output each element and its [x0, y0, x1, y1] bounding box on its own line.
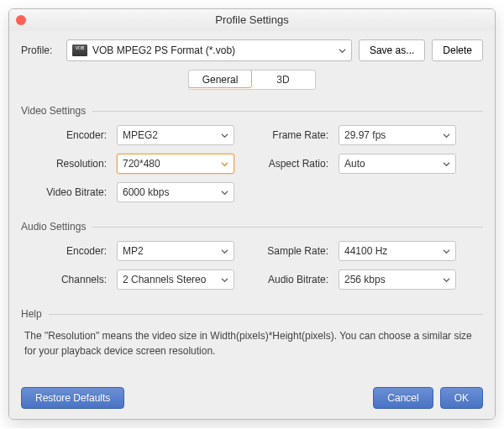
video-encoder-label: Encoder: — [26, 129, 107, 141]
audio-bitrate-select[interactable]: 256 kbps — [339, 269, 456, 290]
footer: Restore Defaults Cancel OK — [21, 387, 483, 409]
audio-encoder-label: Encoder: — [26, 245, 107, 257]
delete-button[interactable]: Delete — [432, 39, 483, 61]
frame-rate-select[interactable]: 29.97 fps — [339, 125, 456, 145]
video-encoder-select[interactable]: MPEG2 — [117, 125, 234, 145]
chevron-down-icon — [221, 132, 228, 139]
sample-rate-select[interactable]: 44100 Hz — [339, 241, 456, 261]
resolution-value: 720*480 — [123, 158, 160, 170]
profile-label: Profile: — [21, 44, 60, 56]
video-bitrate-select[interactable]: 6000 kbps — [117, 182, 234, 202]
vob-file-icon — [72, 44, 87, 56]
chevron-down-icon — [221, 248, 228, 255]
channels-value: 2 Channels Stereo — [123, 274, 206, 285]
profile-row: Profile: VOB MPEG2 PS Format (*.vob) Sav… — [21, 39, 483, 61]
frame-rate-value: 29.97 fps — [344, 129, 386, 141]
restore-defaults-button[interactable]: Restore Defaults — [21, 387, 124, 409]
chevron-down-icon — [221, 160, 228, 168]
aspect-ratio-value: Auto — [344, 158, 365, 170]
sample-rate-value: 44100 Hz — [344, 245, 387, 257]
audio-settings-heading: Audio Settings — [21, 221, 86, 233]
content-area: Profile: VOB MPEG2 PS Format (*.vob) Sav… — [9, 31, 495, 419]
window-title: Profile Settings — [215, 13, 288, 26]
tab-general[interactable]: General — [188, 70, 252, 88]
resolution-label: Resolution: — [26, 158, 107, 170]
divider — [92, 227, 483, 228]
video-bitrate-label: Video Bitrate: — [26, 186, 107, 198]
channels-label: Channels: — [26, 274, 107, 285]
save-as-button[interactable]: Save as... — [359, 39, 425, 61]
chevron-down-icon — [221, 189, 228, 196]
chevron-down-icon — [443, 132, 450, 139]
audio-bitrate-label: Audio Bitrate: — [244, 274, 328, 285]
video-settings-heading: Video Settings — [21, 105, 86, 117]
audio-bitrate-value: 256 kbps — [344, 274, 386, 285]
close-icon[interactable] — [16, 15, 26, 25]
chevron-down-icon — [443, 160, 450, 168]
sample-rate-label: Sample Rate: — [244, 245, 328, 257]
video-encoder-value: MPEG2 — [123, 129, 158, 141]
ok-button[interactable]: OK — [440, 387, 483, 409]
profile-value: VOB MPEG2 PS Format (*.vob) — [92, 44, 339, 56]
audio-encoder-select[interactable]: MP2 — [117, 241, 234, 261]
help-group: Help The "Resolution" means the video si… — [21, 308, 483, 358]
cancel-button[interactable]: Cancel — [373, 387, 433, 409]
chevron-down-icon — [443, 276, 450, 284]
video-bitrate-value: 6000 kbps — [123, 186, 169, 198]
video-settings-group: Video Settings Encoder: MPEG2 Frame Rate… — [21, 105, 483, 202]
chevron-down-icon — [339, 47, 346, 55]
aspect-ratio-select[interactable]: Auto — [339, 154, 456, 174]
tab-3d[interactable]: 3D — [251, 71, 315, 89]
tab-bar: General 3D — [21, 70, 483, 90]
audio-encoder-value: MP2 — [123, 245, 144, 257]
title-bar: Profile Settings — [9, 9, 495, 31]
audio-settings-group: Audio Settings Encoder: MP2 Sample Rate:… — [21, 221, 483, 290]
frame-rate-label: Frame Rate: — [244, 129, 328, 141]
channels-select[interactable]: 2 Channels Stereo — [117, 269, 234, 290]
divider — [92, 111, 483, 112]
help-text: The "Resolution" means the video size in… — [21, 328, 483, 358]
aspect-ratio-label: Aspect Ratio: — [244, 158, 328, 170]
divider — [49, 314, 483, 315]
chevron-down-icon — [443, 248, 450, 255]
dialog-window: Profile Settings Profile: VOB MPEG2 PS F… — [8, 8, 496, 420]
help-heading: Help — [21, 308, 42, 320]
profile-select[interactable]: VOB MPEG2 PS Format (*.vob) — [66, 39, 352, 61]
chevron-down-icon — [221, 276, 228, 284]
resolution-select[interactable]: 720*480 — [117, 154, 234, 174]
